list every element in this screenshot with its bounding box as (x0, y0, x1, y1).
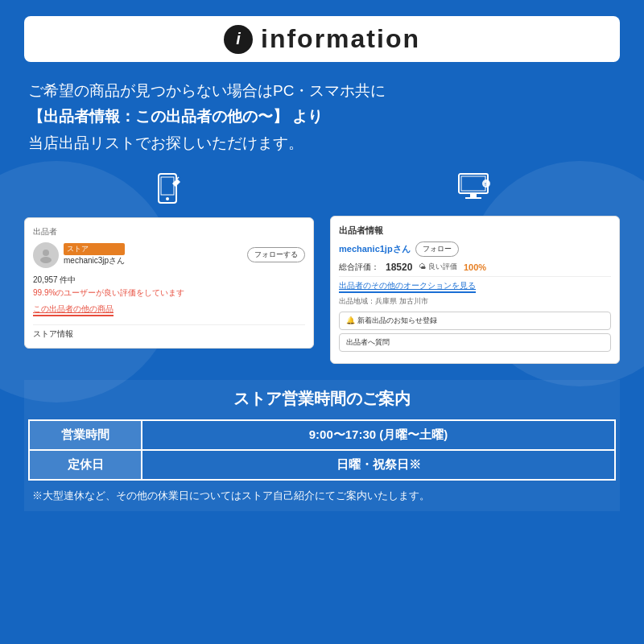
hours-row-2: 定休日 日曜・祝祭日※ (29, 450, 615, 480)
info-icon: i (224, 25, 253, 54)
hours-value-2: 日曜・祝祭日※ (142, 450, 615, 480)
right-seller-name: mechanic1jpさん (339, 243, 411, 255)
left-rating: 99.9%のユーザーが良い評価をしています (33, 287, 305, 299)
svg-rect-8 (465, 197, 481, 199)
desktop-device-icon: ! (457, 172, 493, 209)
hours-label-2: 定休日 (29, 450, 142, 480)
description-line2: 【出品者情報：この出品者の他の〜】 より (28, 104, 616, 130)
main-container: i information ご希望の商品が見つからない場合はPC・スマホ共に 【… (0, 0, 644, 644)
left-avatar (33, 242, 59, 268)
hours-table: 営業時間 9:00〜17:30 (月曜〜土曜) 定休日 日曜・祝祭日※ (28, 419, 616, 481)
location-line: 出品地域：兵庫県 加古川市 (339, 296, 611, 307)
desktop-mock-panel: 出品者情報 mechanic1jpさん フォロー 総合評価： 18520 🌤 良… (330, 216, 620, 364)
store-hours-section: ストア営業時間のご案内 営業時間 9:00〜17:30 (月曜〜土曜) 定休日 … (24, 380, 620, 511)
left-section-label: 出品者 (33, 226, 305, 237)
question-button[interactable]: 出品者へ質問 (339, 333, 611, 352)
hours-value-1: 9:00〜17:30 (月曜〜土曜) (142, 420, 615, 450)
store-hours-title: ストア営業時間のご案内 (28, 388, 616, 410)
right-follow-button[interactable]: フォロー (415, 242, 459, 257)
right-panel-title: 出品者情報 (339, 225, 611, 237)
header-title: information (261, 24, 420, 54)
footer-note: ※大型連休など、その他の休業日についてはストア自己紹介にてご案内いたします。 (28, 489, 616, 503)
left-seller-row: ストア mechanic3jpさん フォローする (33, 242, 305, 268)
svg-point-3 (43, 250, 49, 256)
right-seller-row: mechanic1jpさん フォロー (339, 242, 611, 257)
svg-point-9 (482, 180, 490, 188)
left-count: 20,957 件中 (33, 275, 305, 286)
description-line1: ご希望の商品が見つからない場合はPC・スマホ共に (28, 78, 616, 104)
svg-rect-7 (470, 193, 477, 197)
left-store-info[interactable]: ストア情報 (33, 324, 305, 340)
svg-point-4 (40, 257, 52, 263)
left-seller-info: ストア mechanic3jpさん (64, 243, 125, 266)
description-block: ご希望の商品が見つからない場合はPC・スマホ共に 【出品者情報：この出品者の他の… (24, 78, 620, 156)
hours-label-1: 営業時間 (29, 420, 142, 450)
rating-number: 18520 (386, 262, 412, 273)
svg-rect-1 (161, 177, 174, 195)
svg-text:!: ! (485, 182, 486, 187)
mobile-mock-panel: 出品者 ストア mechanic3jpさん フォローする 20,957 件中 9… (24, 217, 314, 349)
auction-link[interactable]: 出品者のその他のオークションを見る (339, 280, 476, 293)
mobile-device-icon (155, 172, 184, 211)
rating-row: 総合評価： 18520 🌤 良い評価 100% (339, 262, 611, 277)
svg-rect-6 (461, 176, 485, 191)
svg-point-2 (166, 197, 169, 200)
screenshots-row: 出品者 ストア mechanic3jpさん フォローする 20,957 件中 9… (24, 172, 620, 364)
left-seller-name: mechanic3jpさん (64, 255, 125, 266)
rating-pct: 100% (464, 262, 486, 272)
hours-row-1: 営業時間 9:00〜17:30 (月曜〜土曜) (29, 420, 615, 450)
left-follow-button[interactable]: フォローする (247, 247, 305, 262)
description-line3: 当店出品リストでお探しいただけます。 (28, 130, 616, 156)
good-label: 🌤 良い評価 (419, 262, 457, 272)
notify-button[interactable]: 🔔 新着出品のお知らせ登録 (339, 312, 611, 330)
desktop-screenshot-item: ! 出品者情報 mechanic1jpさん フォロー 総合評価： 18520 🌤… (330, 172, 620, 364)
rating-label: 総合評価： (339, 262, 379, 273)
mobile-screenshot-item: 出品者 ストア mechanic3jpさん フォローする 20,957 件中 9… (24, 172, 314, 349)
left-link[interactable]: この出品者の他の商品 (33, 303, 114, 316)
store-badge: ストア (64, 243, 125, 255)
header-box: i information (24, 16, 620, 62)
